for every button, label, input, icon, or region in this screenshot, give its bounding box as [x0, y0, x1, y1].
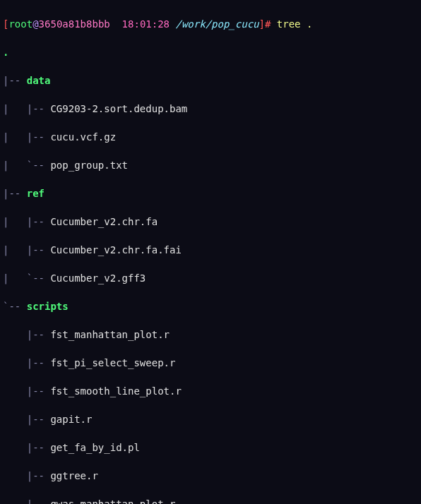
tree-dir-row: `-- scripts [3, 299, 418, 313]
file-name: get_fa_by_id.pl [50, 442, 139, 453]
tree-pipe-icon: | [3, 160, 27, 171]
tree-file-row: | |-- cucu.vcf.gz [3, 130, 418, 144]
dir-name: scripts [27, 301, 69, 312]
tree-file-row: | |-- Cucumber_v2.chr.fa [3, 215, 418, 229]
tree-pipe-icon: | [3, 216, 27, 227]
tree-pad-icon [3, 329, 27, 340]
tree-file-row: | `-- pop_group.txt [3, 158, 418, 172]
tree-branch-icon: |-- [27, 385, 51, 397]
root-dot: . [3, 47, 8, 58]
tree-file-row: |-- fst_smooth_line_plot.r [3, 384, 418, 398]
tree-branch-icon: |-- [27, 414, 51, 425]
tree-dir-row: |-- ref [3, 186, 418, 200]
tree-pipe-icon: | [3, 103, 27, 114]
tree-pad-icon [3, 442, 27, 453]
tree-branch-icon: |-- [27, 498, 51, 504]
prompt-close-bracket: ] [259, 18, 265, 30]
file-name: gwas_manhattan_plot.r [50, 498, 175, 504]
prompt-time: 18:01:28 [122, 18, 170, 30]
file-name: fst_smooth_line_plot.r [50, 385, 181, 397]
prompt-line[interactable]: [root@3650a81b8bbb 18:01:28 /work/pop_cu… [3, 17, 418, 31]
tree-pad-icon [3, 357, 27, 368]
file-name: fst_manhattan_plot.r [50, 329, 170, 340]
tree-dir-row: |-- data [3, 73, 418, 88]
file-name: Cucumber_v2.chr.fa.fai [50, 244, 181, 256]
tree-pipe-icon: | [3, 272, 27, 284]
tree-branch-icon: |-- [27, 357, 51, 368]
tree-file-row: | |-- Cucumber_v2.chr.fa.fai [3, 243, 418, 257]
tree-file-row: |-- ggtree.r [3, 469, 418, 483]
tree-file-row: |-- gapit.r [3, 412, 418, 426]
dir-name: ref [27, 188, 45, 199]
tree-pad-icon [3, 385, 27, 397]
prompt-at: @ [32, 18, 38, 30]
tree-pad-icon [3, 470, 27, 481]
tree-root: . [3, 45, 418, 59]
tree-branch-icon: |-- [3, 188, 27, 199]
file-name: ggtree.r [50, 470, 97, 481]
tree-branch-icon: |-- [27, 329, 51, 340]
tree-branch-icon: |-- [27, 216, 51, 227]
file-name: Cucumber_v2.chr.fa [50, 216, 158, 227]
tree-branch-icon: |-- [27, 442, 51, 453]
tree-branch-icon: |-- [27, 244, 51, 256]
tree-pad-icon [3, 414, 27, 425]
tree-elbow-icon: `-- [3, 301, 27, 312]
tree-file-row: |-- gwas_manhattan_plot.r [3, 497, 418, 504]
file-name: pop_group.txt [50, 160, 128, 171]
tree-branch-icon: |-- [27, 103, 51, 114]
command-text: tree . [277, 18, 313, 30]
tree-file-row: |-- fst_manhattan_plot.r [3, 328, 418, 342]
file-name: CG9203-2.sort.dedup.bam [50, 103, 187, 114]
prompt-user: root [8, 18, 32, 30]
tree-branch-icon: |-- [27, 131, 51, 143]
prompt-host: 3650a81b8bbb [39, 18, 110, 30]
tree-pipe-icon: | [3, 244, 27, 256]
prompt-cwd: /work/pop_cucu [175, 18, 259, 30]
file-name: gapit.r [50, 414, 92, 425]
dir-name: data [27, 75, 51, 86]
tree-elbow-icon: `-- [27, 272, 51, 284]
file-name: fst_pi_select_sweep.r [50, 357, 175, 368]
terminal-output[interactable]: [root@3650a81b8bbb 18:01:28 /work/pop_cu… [3, 3, 418, 504]
tree-elbow-icon: `-- [27, 160, 51, 171]
prompt-hash: # [265, 18, 277, 30]
tree-pad-icon [3, 498, 27, 504]
tree-file-row: | `-- Cucumber_v2.gff3 [3, 271, 418, 285]
tree-branch-icon: |-- [3, 75, 27, 86]
file-name: cucu.vcf.gz [50, 131, 116, 143]
file-name: Cucumber_v2.gff3 [50, 272, 146, 284]
tree-file-row: | |-- CG9203-2.sort.dedup.bam [3, 102, 418, 116]
tree-file-row: |-- fst_pi_select_sweep.r [3, 356, 418, 370]
tree-pipe-icon: | [3, 131, 27, 143]
tree-file-row: |-- get_fa_by_id.pl [3, 440, 418, 455]
tree-branch-icon: |-- [27, 470, 51, 481]
